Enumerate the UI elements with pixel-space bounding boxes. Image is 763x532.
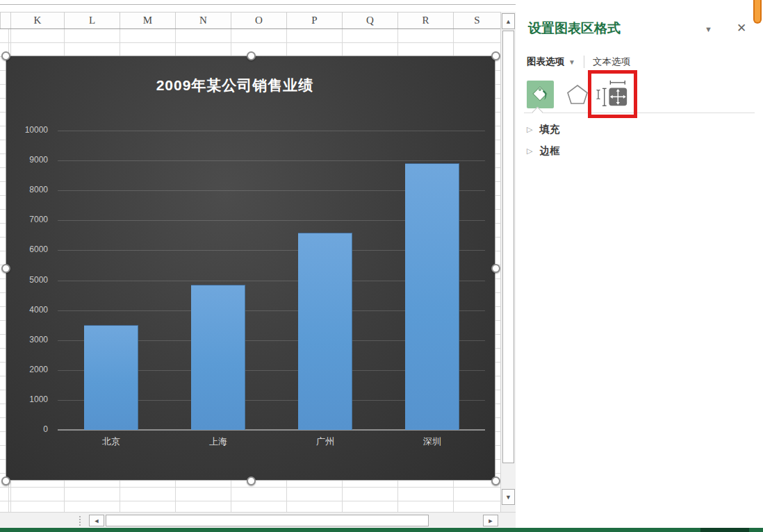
x-axis-category-label: 深圳 <box>391 435 474 448</box>
y-axis-tick-label: 0 <box>6 424 48 434</box>
y-axis-tick-label: 1000 <box>6 394 48 404</box>
scroll-right-button[interactable]: ► <box>483 515 498 526</box>
y-axis-tick-label: 3000 <box>6 335 48 344</box>
bar-深圳[interactable] <box>405 163 459 430</box>
horizontal-scrollbar-thumb[interactable] <box>106 515 429 526</box>
column-header-O[interactable]: O <box>231 13 286 28</box>
tab-separator <box>584 56 584 68</box>
status-bar <box>0 528 763 532</box>
chart-title[interactable]: 2009年某公司销售业绩 <box>6 76 463 95</box>
selection-handle[interactable] <box>1 476 10 485</box>
column-header-S[interactable]: S <box>453 13 500 28</box>
section-border[interactable]: ▷ 边框 <box>527 143 559 158</box>
horizontal-scrollbar[interactable]: ◄ ► <box>0 512 516 528</box>
bar-广州[interactable] <box>298 233 352 430</box>
vertical-scrollbar[interactable]: ▲ ▼ <box>500 12 516 512</box>
excel-window: KLMNOPQRS 2009年某公司销售业绩 01000200030004000… <box>0 0 763 532</box>
pane-close-icon[interactable]: ✕ <box>737 21 746 35</box>
status-bar-fill <box>0 528 763 532</box>
selection-handle[interactable] <box>1 264 10 273</box>
y-axis-tick-label: 7000 <box>6 215 48 224</box>
column-header-N[interactable]: N <box>175 13 231 28</box>
x-axis-category-label: 北京 <box>69 435 153 448</box>
selection-handle[interactable] <box>491 476 500 485</box>
y-axis-tick-label: 2000 <box>6 365 48 374</box>
y-axis-tick-label: 8000 <box>6 185 48 194</box>
y-axis-tick-label: 4000 <box>6 305 48 315</box>
effects-icon[interactable] <box>564 79 591 110</box>
pane-separator <box>524 113 755 113</box>
scroll-down-button[interactable]: ▼ <box>502 489 515 505</box>
selection-handle[interactable] <box>1 51 10 60</box>
paint-bucket-icon <box>530 84 551 105</box>
selection-handle[interactable] <box>491 51 500 60</box>
chart-gridline <box>58 160 485 161</box>
x-axis-category-label: 上海 <box>177 435 260 448</box>
pentagon-icon <box>565 82 590 107</box>
bar-上海[interactable] <box>191 285 245 430</box>
section-fill[interactable]: ▷ 填充 <box>527 122 559 137</box>
expand-triangle-icon[interactable]: ▷ <box>527 125 532 134</box>
scroll-down-icon: ▼ <box>505 494 511 501</box>
format-chart-area-pane: 设置图表区格式 ▼ ✕ 图表选项 ▼ 文本选项 <box>516 0 763 528</box>
column-header-M[interactable]: M <box>120 13 175 28</box>
scroll-up-icon: ▲ <box>505 18 511 25</box>
selection-handle[interactable] <box>491 264 500 273</box>
fill-line-icon[interactable] <box>527 81 554 108</box>
chart-area[interactable]: 2009年某公司销售业绩 010002000300040005000600070… <box>6 56 495 481</box>
scroll-left-icon: ◄ <box>94 517 100 524</box>
scroll-left-button[interactable]: ◄ <box>89 515 104 526</box>
pane-tabs: 图表选项 ▼ 文本选项 <box>527 54 630 69</box>
column-header-L[interactable]: L <box>64 13 120 28</box>
pane-options-dropdown-icon[interactable]: ▼ <box>705 25 712 33</box>
x-axis-category-label: 广州 <box>284 435 367 448</box>
status-bar-segment <box>700 528 749 532</box>
column-header-sliver[interactable] <box>0 13 10 28</box>
scroll-up-button[interactable]: ▲ <box>502 13 515 29</box>
section-border-label: 边框 <box>539 144 559 158</box>
orange-marker <box>753 0 762 24</box>
pane-title: 设置图表区格式 <box>528 19 621 38</box>
chart-options-dropdown-icon[interactable]: ▼ <box>568 58 575 66</box>
scroll-right-icon: ► <box>488 517 494 524</box>
text-cursor-icon <box>596 89 601 100</box>
y-axis-tick-label: 10000 <box>6 125 48 135</box>
section-fill-label: 填充 <box>539 123 559 136</box>
column-header-K[interactable]: K <box>10 13 64 28</box>
expand-triangle-icon[interactable]: ▷ <box>527 147 532 156</box>
column-headers-row: KLMNOPQRS <box>0 12 500 29</box>
y-axis-tick-label: 9000 <box>6 155 48 165</box>
tab-chart-options[interactable]: 图表选项 <box>527 56 564 68</box>
bar-北京[interactable] <box>84 325 138 430</box>
column-header-P[interactable]: P <box>286 13 342 28</box>
tab-text-options[interactable]: 文本选项 <box>593 56 630 68</box>
selection-handle[interactable] <box>247 476 256 485</box>
column-header-R[interactable]: R <box>397 13 453 28</box>
sheet-tab-splitter-grip[interactable] <box>76 515 83 526</box>
y-axis-tick-label: 5000 <box>6 275 48 285</box>
y-axis-tick-label: 6000 <box>6 244 48 254</box>
column-header-Q[interactable]: Q <box>342 13 397 28</box>
vertical-scrollbar-thumb[interactable] <box>502 31 514 463</box>
selection-handle[interactable] <box>247 51 256 60</box>
chart-gridline <box>58 131 485 131</box>
